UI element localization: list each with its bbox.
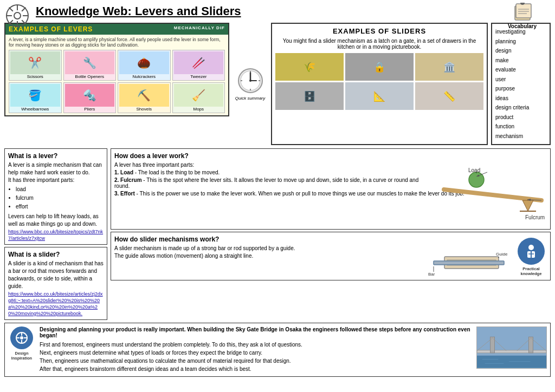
design-inspiration-icon-area: Design Inspiration xyxy=(8,326,35,361)
levers-item-mops: 🧹 Mops xyxy=(172,82,225,113)
sliders-box: EXAMPLES OF SLIDERS You might find a sli… xyxy=(271,23,488,145)
practical-label: Practical knowledge xyxy=(515,266,547,276)
levers-item-bottle: 🔧 Bottle Openers xyxy=(63,50,117,81)
svg-text:Fulcrum: Fulcrum xyxy=(525,214,545,220)
lever-heading: What is a lever? xyxy=(8,152,104,160)
lever-body: A lever is a simple mechanism that can h… xyxy=(8,161,104,184)
levers-item-pliers: 🔩 Pliers xyxy=(63,82,117,113)
clock-icon xyxy=(237,67,264,94)
levers-subtitle: A lever, is a simple machine used to amp… xyxy=(9,37,225,48)
levers-item-wheelbarrow: 🪣 Wheelbarrows xyxy=(9,82,62,113)
page-title: Knowledge Web: Levers and Sliders xyxy=(36,4,241,18)
lever-diagram: Load Fulcrum xyxy=(438,157,547,223)
slider-img-2: 🔒 xyxy=(345,53,414,81)
slider-diagram: Guide Bar xyxy=(428,246,512,282)
lever-link[interactable]: https://www.bbc.co.uk/bitesize/topics/zd… xyxy=(8,229,103,241)
svg-point-43 xyxy=(528,245,534,250)
vocab-title: Vocabulary xyxy=(494,23,551,29)
design-inspiration-icon xyxy=(14,330,29,345)
svg-rect-55 xyxy=(477,350,546,353)
practical-icon xyxy=(523,243,539,259)
quick-summary-area: Quick summary xyxy=(233,23,268,145)
svg-line-9 xyxy=(9,20,13,24)
banner-content: Designing and planning your product is r… xyxy=(40,326,472,373)
slider-img-1: 🌾 xyxy=(275,53,344,81)
vocab-item-ideas: ideas xyxy=(495,94,546,103)
info-section: What is a lever? A lever is a simple mec… xyxy=(4,148,551,320)
main-icon xyxy=(4,3,30,30)
sliders-img-grid: 🌾 🔒 🏛️ 🗄️ 📐 📏 xyxy=(275,53,483,110)
sliders-header: EXAMPLES OF SLIDERS xyxy=(275,27,483,35)
slider-img-4: 🗄️ xyxy=(275,82,344,110)
levers-item-tweezer: 🥢 Tweezer xyxy=(172,50,225,81)
svg-point-20 xyxy=(249,80,251,82)
vocab-item-evaluate: evaluate xyxy=(495,65,546,75)
slider-heading: What is a slider? xyxy=(8,251,104,258)
lever-part-fulcrum: fulcrum xyxy=(16,194,104,202)
svg-text:Load: Load xyxy=(468,167,480,173)
lever-label-bottle: Bottle Openers xyxy=(65,74,115,79)
vocab-item-product: product xyxy=(495,113,546,122)
lever-part-load: load xyxy=(16,185,104,194)
svg-marker-27 xyxy=(522,200,533,211)
slider-img-5: 📐 xyxy=(345,82,414,110)
svg-rect-11 xyxy=(516,4,531,18)
bridge-image xyxy=(476,326,547,369)
slider-definition-box: What is a slider? A slider is a kind of … xyxy=(4,247,107,320)
vocab-item-design: design xyxy=(495,46,546,56)
vocab-item-mechanism: mechanism xyxy=(495,132,546,141)
vocab-item-planning: planning xyxy=(495,37,546,47)
title-area: Knowledge Web: Levers and Sliders xyxy=(4,4,551,18)
lever-extra: Levers can help to lift heavy loads, as … xyxy=(8,213,104,228)
lever-label-tweezer: Tweezer xyxy=(174,74,224,79)
slider-link[interactable]: https://www.bbc.co.uk/bitesize/articles/… xyxy=(8,291,103,316)
design-inspiration-label: Design Inspiration xyxy=(8,351,35,361)
bottom-banner: Design Inspiration Designing and plannin… xyxy=(4,323,551,377)
svg-point-52 xyxy=(20,336,23,339)
svg-line-8 xyxy=(22,8,25,11)
lever-label-nutcracker: Nutcrackers xyxy=(119,74,169,79)
right-info-col: How does a lever work? A lever has three… xyxy=(111,148,551,320)
levers-item-shovel: ⛏️ Shovels xyxy=(118,82,171,113)
quick-summary-label: Quick summary xyxy=(235,96,266,101)
svg-text:Guide: Guide xyxy=(496,252,508,257)
svg-rect-38 xyxy=(434,261,504,265)
left-info-col: What is a lever? A lever is a simple mec… xyxy=(4,148,107,320)
svg-line-6 xyxy=(9,8,13,11)
svg-line-26 xyxy=(444,190,541,200)
slider-body: A slider is a kind of mechanism that has… xyxy=(8,260,104,290)
lever-label-pliers: Pliers xyxy=(65,107,115,112)
banner-title: Designing and planning your product is r… xyxy=(40,326,472,338)
levers-box: EXAMPLES OF LEVERS MECHANICALLY DIF A le… xyxy=(4,23,229,145)
svg-line-7 xyxy=(22,20,25,24)
lever-parts-list: load fulcrum effort xyxy=(16,185,104,211)
lever-work-box: How does a lever work? A lever has three… xyxy=(111,148,551,230)
vocab-list: investigating planning design make evalu… xyxy=(495,27,546,141)
vocab-item-user: user xyxy=(495,75,546,84)
vocab-item-design-criteria: design criteria xyxy=(495,103,546,113)
banner-line-1: First and foremost, engineers must under… xyxy=(40,341,472,349)
lever-part-effort: effort xyxy=(16,202,104,211)
svg-point-1 xyxy=(14,12,21,19)
levers-item-nutcracker: 🌰 Nutcrackers xyxy=(118,50,171,81)
banner-line-3: Then, engineers use mathematical equatio… xyxy=(40,357,472,365)
levers-brand: MECHANICALLY DIF xyxy=(174,25,225,33)
slider-work-heading: How do slider mechanisms work? xyxy=(114,236,547,243)
vocab-item-function: function xyxy=(495,122,546,132)
lever-label-mops: Mops xyxy=(174,107,224,112)
vocab-icon-area: Vocabulary xyxy=(494,3,551,29)
svg-text:Bar: Bar xyxy=(428,272,435,277)
slider-img-3: 🏛️ xyxy=(415,53,483,81)
slider-img-6: 📏 xyxy=(415,82,483,110)
vocab-item-make: make xyxy=(495,56,546,66)
banner-line-2: Next, engineers must determine what type… xyxy=(40,349,472,357)
levers-grid: ✂️ Scissors 🔧 Bottle Openers 🌰 Nutcracke… xyxy=(9,50,225,113)
vocab-item-purpose: purpose xyxy=(495,84,546,94)
sliders-desc: You might find a slider mechanism as a l… xyxy=(275,38,483,50)
levers-item-scissors: ✂️ Scissors xyxy=(9,50,62,81)
vocab-box: investigating planning design make evalu… xyxy=(491,23,551,145)
top-right-section: EXAMPLES OF SLIDERS You might find a sli… xyxy=(271,23,551,145)
lever-definition-box: What is a lever? A lever is a simple mec… xyxy=(4,148,107,245)
lever-label-wheelbarrow: Wheelbarrows xyxy=(10,107,60,112)
slider-work-box: How do slider mechanisms work? A slider … xyxy=(111,232,551,280)
